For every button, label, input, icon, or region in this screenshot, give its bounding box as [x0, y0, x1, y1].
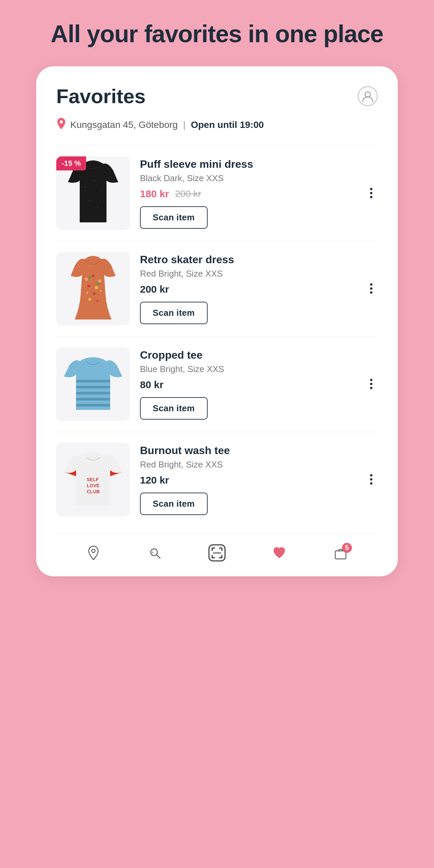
more-options-button[interactable] — [365, 185, 378, 202]
more-options-button[interactable] — [365, 375, 378, 393]
search-nav-icon — [147, 546, 162, 560]
location-address: Kungsgatan 45, Göteborg — [70, 120, 178, 130]
scan-item-button[interactable]: Scan item — [140, 206, 208, 229]
scan-item-button[interactable]: Scan item — [140, 397, 208, 420]
svg-rect-19 — [76, 380, 110, 382]
profile-icon[interactable] — [358, 86, 378, 106]
location-pin-icon — [56, 118, 66, 132]
card-header: Favorites — [56, 85, 378, 108]
svg-point-11 — [95, 286, 98, 289]
more-options-button[interactable] — [365, 280, 378, 297]
product-image-wrap — [56, 252, 130, 326]
product-image-wrap: -15 % — [56, 156, 130, 230]
product-info: Cropped tee Blue Bright, Size XXS 80 kr … — [130, 349, 365, 420]
product-name: Burnout wash tee — [140, 444, 354, 457]
more-dot — [370, 387, 372, 389]
bag-badge: 5 — [342, 543, 352, 553]
location-bar: Kungsgatan 45, Göteborg | Open until 19:… — [56, 118, 378, 132]
svg-rect-23 — [76, 404, 110, 407]
product-price-row: 180 kr 200 kr — [140, 188, 354, 199]
svg-line-29 — [157, 555, 160, 558]
svg-rect-35 — [221, 548, 222, 551]
svg-point-6 — [98, 207, 99, 208]
product-price: 120 kr — [140, 474, 169, 486]
product-info: Burnout wash tee Red Bright, Size XXS 12… — [130, 444, 365, 515]
product-image-tshirt-red: SELF LOVE CLUB — [61, 450, 125, 510]
bottom-nav: 5 — [56, 534, 378, 576]
nav-item-bag[interactable]: 5 — [333, 546, 348, 560]
nav-item-store[interactable] — [86, 546, 101, 560]
svg-rect-20 — [76, 386, 110, 389]
more-dot — [370, 287, 372, 290]
product-image-wrap — [56, 347, 130, 421]
product-item: SELF LOVE CLUB Burnout wash tee Red Brig… — [56, 432, 378, 527]
more-dot — [370, 291, 372, 294]
svg-point-9 — [98, 279, 101, 283]
svg-point-5 — [89, 200, 90, 201]
product-price: 80 kr — [140, 379, 163, 391]
product-image-wrap: SELF LOVE CLUB — [56, 443, 130, 516]
product-list: -15 % Puff sleeve mini dress Black D — [56, 145, 378, 527]
more-dot — [370, 379, 372, 381]
nav-item-scan[interactable] — [208, 544, 226, 562]
svg-text:CLUB: CLUB — [87, 489, 100, 494]
svg-rect-33 — [212, 548, 213, 551]
product-name: Puff sleeve mini dress — [140, 158, 354, 170]
heart-nav-icon — [272, 546, 287, 560]
product-image-tshirt-blue — [61, 354, 125, 413]
nav-item-search[interactable] — [147, 546, 162, 560]
svg-point-15 — [88, 298, 91, 301]
hero-title: All your favorites in one place — [51, 20, 383, 48]
svg-rect-21 — [76, 392, 110, 395]
product-name: Retro skater dress — [140, 253, 354, 266]
svg-point-27 — [92, 549, 95, 553]
more-dot — [370, 283, 372, 286]
product-variant: Red Bright, Size XXS — [140, 269, 354, 279]
more-options-button[interactable] — [365, 471, 378, 488]
svg-text:SELF: SELF — [87, 477, 99, 482]
card-title: Favorites — [56, 85, 146, 108]
product-price-row: 80 kr — [140, 379, 354, 391]
nav-item-favorites[interactable] — [272, 546, 287, 560]
scan-nav-icon — [208, 544, 226, 562]
product-price-row: 200 kr — [140, 284, 354, 295]
more-dot — [370, 196, 372, 198]
svg-rect-22 — [76, 398, 110, 401]
location-nav-icon — [86, 546, 101, 560]
svg-point-3 — [94, 180, 95, 181]
svg-text:LOVE: LOVE — [87, 483, 99, 488]
product-info: Retro skater dress Red Bright, Size XXS … — [130, 253, 365, 324]
more-dot — [370, 383, 372, 385]
svg-point-1 — [60, 120, 63, 123]
app-card: Favorites Kungsgatan 45, Göteborg | Open… — [36, 66, 398, 576]
product-price: 180 kr — [140, 188, 169, 199]
product-item: Cropped tee Blue Bright, Size XXS 80 kr … — [56, 336, 378, 432]
svg-point-7 — [85, 278, 88, 281]
svg-rect-40 — [213, 553, 221, 554]
product-price: 200 kr — [140, 284, 169, 295]
product-info: Puff sleeve mini dress Black Dark, Size … — [130, 158, 365, 229]
more-dot — [370, 474, 372, 476]
page-wrapper: All your favorites in one place Favorite… — [27, 20, 407, 576]
discount-badge: -15 % — [56, 156, 86, 170]
svg-point-10 — [87, 285, 90, 287]
product-item: Retro skater dress Red Bright, Size XXS … — [56, 241, 378, 336]
product-name: Cropped tee — [140, 349, 354, 361]
product-variant: Blue Bright, Size XXS — [140, 364, 354, 374]
svg-rect-37 — [212, 555, 213, 558]
scan-item-button[interactable]: Scan item — [140, 493, 208, 515]
svg-rect-39 — [221, 555, 222, 558]
more-dot — [370, 188, 372, 190]
svg-point-14 — [100, 290, 102, 292]
more-dot — [370, 192, 372, 194]
svg-point-12 — [86, 292, 88, 294]
product-price-row: 120 kr — [140, 474, 354, 486]
svg-point-16 — [96, 300, 98, 302]
product-image-dress-floral — [65, 254, 122, 323]
product-variant: Black Dark, Size XXS — [140, 173, 354, 184]
scan-item-button[interactable]: Scan item — [140, 302, 208, 324]
location-open-label: Open until 19:00 — [191, 120, 264, 130]
svg-point-2 — [84, 187, 85, 188]
more-dot — [370, 478, 372, 480]
svg-point-13 — [93, 292, 95, 295]
